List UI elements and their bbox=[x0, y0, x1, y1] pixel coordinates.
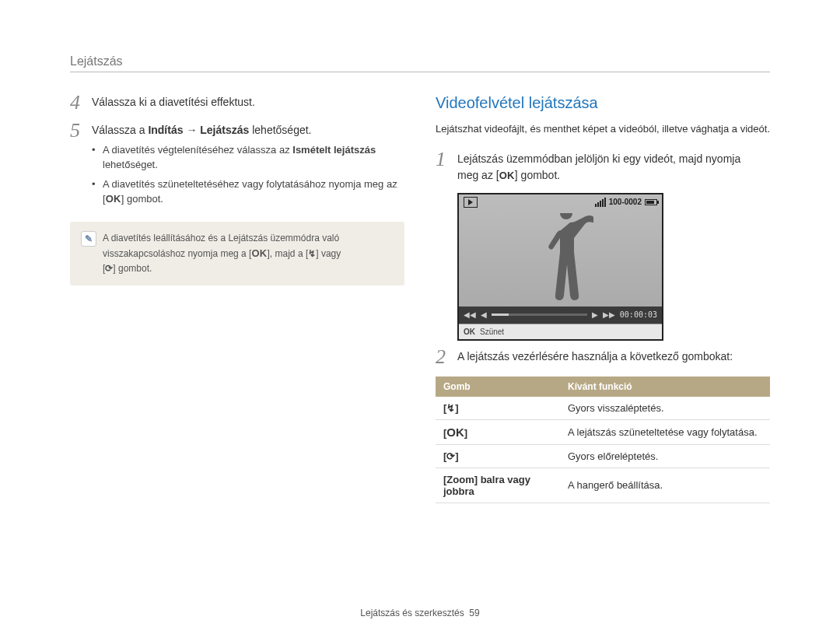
function-desc: A hangerő beállítása. bbox=[560, 468, 770, 503]
chapter-name: Lejátszás és szerkesztés bbox=[360, 608, 464, 618]
flash-icon: ↯ bbox=[446, 402, 455, 414]
right-column: Videofelvétel lejátszása Lejátszhat vide… bbox=[436, 94, 770, 503]
function-desc: Gyors előreléptetés. bbox=[560, 444, 770, 468]
prev-icon: ◀ bbox=[481, 310, 487, 319]
timecode: 00:00:03 bbox=[620, 310, 657, 319]
step-text: Válassza ki a diavetítési effektust. bbox=[92, 94, 404, 113]
text: ] vagy bbox=[316, 248, 341, 259]
ffwd-icon: ▶▶ bbox=[603, 310, 615, 319]
step-5: 5 Válassza a Indítás → Lejátszás lehetős… bbox=[70, 122, 404, 211]
table-row: [↯] Gyors visszaléptetés. bbox=[436, 397, 770, 420]
ok-icon: OK bbox=[464, 328, 475, 336]
bracket: ] bbox=[455, 450, 458, 462]
page-number: 59 bbox=[469, 608, 479, 618]
flash-icon: ↯ bbox=[308, 248, 316, 259]
function-desc: A lejátszás szüneteltetése vagy folytatá… bbox=[560, 419, 770, 444]
next-icon: ▶ bbox=[592, 310, 598, 319]
text: A diavetítés végtelenítéséhez válassza a… bbox=[103, 144, 292, 156]
text: A diavetítés leállításához és a Lejátszá… bbox=[103, 233, 339, 243]
controls-table: Gomb Kívánt funkció [↯] Gyors visszalépt… bbox=[436, 377, 770, 503]
ok-icon: OK bbox=[446, 426, 464, 439]
video-controls: ◀◀ ◀ ▶ ▶▶ 00:00:03 bbox=[459, 306, 662, 324]
step-text: Lejátszás üzemmódban jelöljön ki egy vid… bbox=[457, 151, 770, 184]
text: ] gombot. bbox=[113, 263, 152, 274]
silhouette-image bbox=[539, 213, 593, 306]
play-indicator-icon bbox=[464, 197, 478, 208]
text: lehetőséget. bbox=[249, 124, 311, 136]
progress-bar bbox=[492, 313, 587, 316]
timer-icon: ⟳ bbox=[105, 263, 113, 274]
text: ] gombot. bbox=[121, 193, 163, 205]
subsection-title: Videofelvétel lejátszása bbox=[436, 94, 770, 112]
text: meg az [ bbox=[457, 169, 499, 181]
ok-icon: OK bbox=[106, 193, 121, 205]
zoom-control-label: [Zoom] balra vagy jobbra bbox=[436, 468, 560, 503]
volume-bars-icon bbox=[595, 198, 606, 207]
battery-icon bbox=[645, 199, 657, 205]
function-desc: Gyors visszaléptetés. bbox=[560, 397, 770, 420]
note-text: A diavetítés leállításához és a Lejátszá… bbox=[103, 231, 341, 275]
rewind-icon: ◀◀ bbox=[464, 310, 476, 319]
table-header-function: Kívánt funkció bbox=[560, 377, 770, 397]
note-box: ✎ A diavetítés leállításához és a Lejáts… bbox=[70, 222, 404, 285]
ok-icon: OK bbox=[251, 247, 267, 259]
text: ], majd a [ bbox=[268, 248, 309, 259]
step-2: 2 A lejátszás vezérlésére használja a kö… bbox=[436, 349, 770, 367]
step-4: 4 Válassza ki a diavetítési effektust. bbox=[70, 94, 404, 113]
step-number: 2 bbox=[436, 347, 457, 367]
arrow: → bbox=[184, 124, 201, 136]
bullet: A diavetítés végtelenítéséhez válassza a… bbox=[92, 143, 404, 173]
intro-text: Lejátszhat videofájlt, és menthet képet … bbox=[436, 121, 770, 137]
bullet: A diavetítés szüneteltetéséhez vagy foly… bbox=[92, 177, 404, 207]
table-row: [⟳] Gyors előreléptetés. bbox=[436, 444, 770, 468]
step-number: 5 bbox=[70, 121, 92, 211]
text: Lejátszás üzemmódban jelöljön ki egy vid… bbox=[457, 152, 740, 165]
file-counter: 100-0002 bbox=[609, 198, 642, 206]
menu-path-item: Indítás bbox=[148, 124, 183, 136]
video-status-bar: OK Szünet bbox=[459, 324, 662, 339]
table-header-button: Gomb bbox=[436, 377, 560, 397]
status-label: Szünet bbox=[480, 328, 504, 336]
menu-path-item: Lejátszás bbox=[200, 124, 249, 136]
step-1: 1 Lejátszás üzemmódban jelöljön ki egy v… bbox=[436, 151, 770, 184]
table-row: [Zoom] balra vagy jobbra A hangerő beáll… bbox=[436, 468, 770, 503]
table-row: [OK] A lejátszás szüneteltetése vagy fol… bbox=[436, 419, 770, 444]
step-number: 1 bbox=[436, 149, 457, 184]
text: Válassza a bbox=[92, 124, 148, 136]
bracket: ] bbox=[464, 427, 467, 439]
text: visszakapcsoláshoz nyomja meg a [ bbox=[103, 248, 251, 259]
step-text: A lejátszás vezérlésére használja a köve… bbox=[457, 349, 770, 367]
timer-icon: ⟳ bbox=[446, 450, 455, 462]
step-text: Válassza a Indítás → Lejátszás lehetőség… bbox=[92, 122, 404, 138]
text: ] gombot. bbox=[515, 169, 560, 181]
video-preview: 100-0002 ◀◀ ◀ ▶ ▶▶ 00:00:03 bbox=[457, 193, 663, 341]
bracket: ] bbox=[455, 402, 458, 414]
step-number: 4 bbox=[70, 93, 92, 113]
ok-icon: OK bbox=[499, 170, 515, 181]
left-column: 4 Válassza ki a diavetítési effektust. 5… bbox=[70, 94, 404, 503]
section-header: Lejátszás bbox=[70, 54, 770, 72]
note-icon: ✎ bbox=[81, 231, 96, 247]
text: lehetőséget. bbox=[103, 159, 158, 170]
text-bold: Ismételt lejátszás bbox=[292, 144, 376, 156]
page-footer: Lejátszás és szerkesztés 59 bbox=[0, 608, 840, 618]
